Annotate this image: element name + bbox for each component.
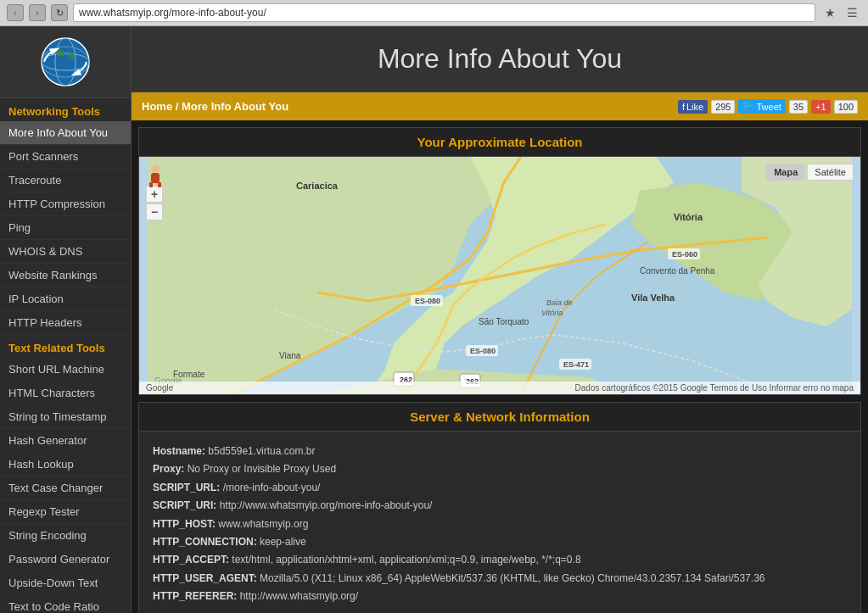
server-info-section: Server & Network Information Hostname: b…	[138, 402, 861, 613]
server-key-http-referer: HTTP_REFERER:	[153, 590, 240, 602]
social-buttons: f Like 295 🐦 Tweet 35 +1 100	[678, 99, 858, 114]
sidebar-item-html-chars[interactable]: HTML Characters	[0, 382, 131, 405]
twitter-tweet-button[interactable]: 🐦 Tweet	[738, 99, 785, 114]
map-footer-right: Dados cartográficos ©2015 Google Termos …	[575, 383, 854, 393]
breadcrumb-bar: Home / More Info About You f Like 295 🐦 …	[132, 92, 868, 120]
breadcrumb-home-link[interactable]: Home	[142, 100, 172, 113]
section-header-networking: Networking Tools	[0, 98, 131, 121]
page-header: More Info About You	[132, 26, 868, 92]
map-footer: Google Dados cartográficos ©2015 Google …	[139, 382, 860, 394]
section-header-text: Text Related Tools	[0, 335, 131, 358]
map-section: Your Approximate Location	[138, 127, 861, 395]
server-info-row-http-host: HTTP_HOST: www.whatsmyip.org	[153, 515, 847, 532]
map-satelite-button[interactable]: Satélite	[807, 164, 854, 181]
server-info-row-script-url: SCRIPT_URL: /more-info-about-you/	[153, 479, 847, 496]
map-zoom-controls: + −	[146, 186, 163, 220]
server-val-proxy: No Proxy or Invisible Proxy Used	[188, 463, 336, 475]
svg-text:Vila Velha: Vila Velha	[631, 293, 675, 303]
sidebar-item-short-url[interactable]: Short URL Machine	[0, 358, 131, 382]
sidebar: Networking Tools More Info About You Por…	[0, 26, 132, 613]
server-info-row-http-user-agent: HTTP_USER_AGENT: Mozilla/5.0 (X11; Linux…	[153, 570, 847, 587]
sidebar-item-hash-lookup[interactable]: Hash Lookup	[0, 453, 131, 476]
sidebar-item-regexp[interactable]: Regexp Tester	[0, 500, 131, 524]
server-val-http-connection: keep-alive	[260, 536, 306, 548]
sidebar-item-http-compression[interactable]: HTTP Compression	[0, 192, 131, 216]
server-key-http-connection: HTTP_CONNECTION:	[153, 536, 260, 548]
sidebar-item-string-encoding[interactable]: String Encoding	[0, 524, 131, 548]
svg-text:ES-471: ES-471	[563, 360, 589, 369]
server-key-http-accept: HTTP_ACCEPT:	[153, 554, 232, 566]
sidebar-item-password-gen[interactable]: Password Generator	[0, 548, 131, 571]
svg-point-0	[42, 38, 89, 86]
server-info-row-http-referer: HTTP_REFERER: http://www.whatsmyip.org/	[153, 588, 847, 605]
back-button[interactable]: ‹	[7, 4, 24, 21]
server-key-script-url: SCRIPT_URL:	[153, 482, 223, 493]
page-title: More Info About You	[148, 43, 851, 75]
sidebar-item-ping[interactable]: Ping	[0, 216, 131, 240]
server-val-hostname: b5d559e1.virtua.com.br	[208, 445, 315, 457]
map-zoom-in-button[interactable]: +	[146, 186, 163, 203]
server-key-http-user-agent: HTTP_USER_AGENT:	[153, 572, 260, 584]
map-footer-left: Google	[146, 383, 173, 393]
server-key-http-host: HTTP_HOST:	[153, 518, 218, 530]
sidebar-item-more-info[interactable]: More Info About You	[0, 121, 131, 145]
svg-rect-36	[158, 182, 161, 187]
pegman-icon	[146, 164, 165, 187]
forward-button[interactable]: ›	[29, 4, 46, 21]
browser-chrome: ‹ › ↻ ★ ☰	[0, 0, 868, 26]
url-bar[interactable]	[73, 3, 815, 22]
map-zoom-out-button[interactable]: −	[146, 203, 163, 220]
googleplus-button[interactable]: +1	[811, 100, 831, 114]
fb-count: 295	[711, 100, 735, 114]
map-pegman[interactable]	[146, 164, 165, 187]
svg-text:Vitória: Vitória	[541, 309, 563, 317]
refresh-button[interactable]: ↻	[51, 4, 68, 21]
sidebar-item-text-code-ratio[interactable]: Text to Code Ratio	[0, 595, 131, 613]
bookmark-star-icon[interactable]: ★	[820, 3, 839, 22]
sidebar-item-text-case[interactable]: Text Case Changer	[0, 476, 131, 500]
sidebar-item-whois[interactable]: WHOIS & DNS	[0, 240, 131, 264]
server-key-hostname: Hostname:	[153, 445, 208, 457]
svg-text:ES-080: ES-080	[470, 347, 496, 355]
svg-text:Viana: Viana	[279, 351, 301, 360]
map-section-title: Your Approximate Location	[139, 128, 860, 157]
server-val-script-url: /more-info-about-you/	[223, 482, 321, 493]
sidebar-item-ip-location[interactable]: IP Location	[0, 287, 131, 311]
server-val-http-host: www.whatsmyip.org	[218, 518, 308, 530]
sidebar-item-string-timestamp[interactable]: String to Timestamp	[0, 405, 131, 429]
map-container[interactable]: ES-080 ES-080 ES-080 ES-080 ES-471 ES-47…	[139, 157, 860, 394]
sidebar-item-upside-down[interactable]: Upside-Down Text	[0, 571, 131, 595]
globe-logo	[40, 36, 91, 87]
server-info-body: Hostname: b5d559e1.virtua.com.br Proxy: …	[139, 432, 860, 613]
breadcrumb-current: More Info About You	[182, 100, 288, 113]
map-type-controls: Mapa Satélite	[766, 164, 854, 181]
server-info-row-http-accept: HTTP_ACCEPT: text/html, application/xhtm…	[153, 551, 847, 568]
svg-text:Convento da Penha: Convento da Penha	[640, 266, 715, 276]
svg-point-33	[151, 164, 160, 173]
sidebar-item-port-scanners[interactable]: Port Scanners	[0, 145, 131, 169]
server-info-row-http-connection: HTTP_CONNECTION: keep-alive	[153, 533, 847, 550]
tw-icon: 🐦	[742, 101, 754, 112]
fb-label: Like	[686, 102, 703, 112]
facebook-like-button[interactable]: f Like	[678, 100, 708, 114]
svg-rect-35	[149, 182, 153, 187]
server-info-row-proxy: Proxy: No Proxy or Invisible Proxy Used	[153, 460, 847, 477]
server-val-http-user-agent: Mozilla/5.0 (X11; Linux x86_64) AppleWeb…	[260, 572, 764, 584]
tw-label: Tweet	[756, 102, 781, 112]
map-svg: ES-080 ES-080 ES-080 ES-080 ES-471 ES-47…	[139, 157, 860, 394]
server-key-script-uri: SCRIPT_URI:	[153, 499, 220, 511]
server-val-http-accept: text/html, application/xhtml+xml, applic…	[232, 554, 580, 566]
sidebar-item-hash-generator[interactable]: Hash Generator	[0, 429, 131, 453]
svg-text:Cariacica: Cariacica	[296, 181, 339, 191]
menu-icon[interactable]: ☰	[843, 3, 861, 22]
sidebar-item-traceroute[interactable]: Traceroute	[0, 169, 131, 192]
app-wrapper: Networking Tools More Info About You Por…	[0, 26, 868, 613]
map-mapa-button[interactable]: Mapa	[766, 164, 805, 181]
server-val-script-uri: http://www.whatsmyip.org/more-info-about…	[220, 499, 433, 511]
sidebar-item-website-rankings[interactable]: Website Rankings	[0, 264, 131, 287]
sidebar-item-http-headers[interactable]: HTTP Headers	[0, 311, 131, 335]
svg-text:Baia de: Baia de	[546, 298, 573, 307]
svg-rect-34	[151, 173, 160, 183]
svg-text:ES-060: ES-060	[672, 250, 697, 259]
svg-text:São Torquato: São Torquato	[479, 317, 529, 326]
